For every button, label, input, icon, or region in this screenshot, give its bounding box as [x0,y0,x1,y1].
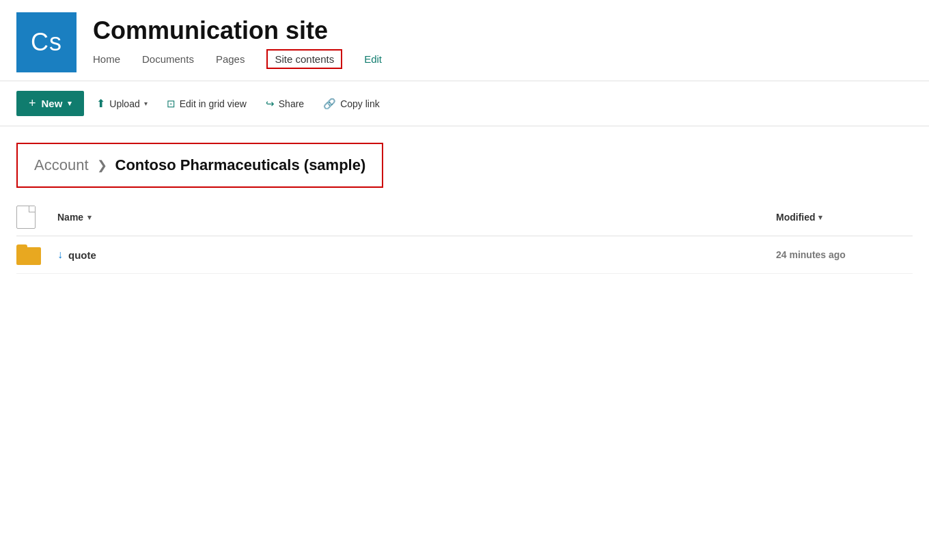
modified-sort-icon: ▾ [818,213,822,222]
folder-icon-cell [16,244,49,265]
breadcrumb-section: Account ❯ Contoso Pharmaceuticals (sampl… [0,126,929,199]
toolbar: + New ▾ ⬆ Upload ▾ ⊡ Edit in grid view ↪… [0,81,929,126]
header-text: Communication site Home Documents Pages … [93,16,382,69]
file-name-cell: ↓ quote [57,249,768,261]
file-list-header: Name ▾ Modified ▾ [16,199,913,236]
nav-home[interactable]: Home [93,51,120,68]
name-sort-icon: ▾ [87,213,92,222]
upload-icon: ⬆ [96,97,105,110]
plus-icon: + [29,96,36,111]
file-modified-cell: 24 minutes ago [776,249,913,260]
sync-icon: ↓ [57,249,63,261]
link-icon: 🔗 [323,98,336,110]
share-icon: ↪ [266,98,275,110]
file-list: Name ▾ Modified ▾ ↓ quote 24 minutes ago [0,199,929,274]
nav-site-contents[interactable]: Site contents [266,49,342,69]
file-name-label[interactable]: quote [68,249,96,261]
copy-link-button[interactable]: 🔗 Copy link [316,94,387,114]
header: Cs Communication site Home Documents Pag… [0,0,929,81]
new-button[interactable]: + New ▾ [16,91,84,116]
breadcrumb-chevron-icon: ❯ [97,158,107,173]
upload-chevron-icon: ▾ [144,100,148,107]
table-row: ↓ quote 24 minutes ago [16,236,913,274]
share-button[interactable]: ↪ Share [259,94,311,114]
site-logo: Cs [16,12,77,72]
grid-icon: ⊡ [167,98,176,110]
site-title: Communication site [93,16,382,45]
nav-pages[interactable]: Pages [216,51,245,68]
breadcrumb-current: Contoso Pharmaceuticals (sample) [115,156,366,174]
col-name-header[interactable]: Name ▾ [57,212,768,223]
new-chevron-icon: ▾ [68,99,72,108]
breadcrumb-parent[interactable]: Account [34,156,89,174]
upload-button[interactable]: ⬆ Upload ▾ [89,93,154,114]
main-nav: Home Documents Pages Site contents Edit [93,49,382,69]
document-header-icon [16,206,36,229]
folder-icon [16,244,41,265]
nav-documents[interactable]: Documents [142,51,194,68]
edit-grid-button[interactable]: ⊡ Edit in grid view [160,94,253,114]
nav-edit[interactable]: Edit [364,51,382,68]
breadcrumb: Account ❯ Contoso Pharmaceuticals (sampl… [16,143,383,188]
col-modified-header[interactable]: Modified ▾ [776,212,913,223]
col-icon-header [16,206,49,229]
